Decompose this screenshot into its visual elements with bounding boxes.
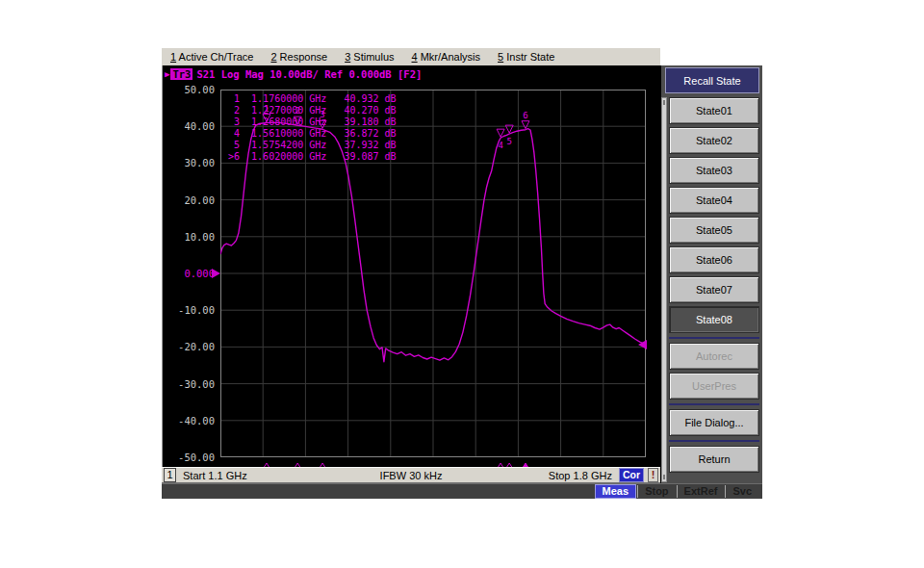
status-indicator-meas: Meas [595, 484, 637, 499]
softkey-group-separator [669, 403, 759, 405]
marker-table-row: 1 1.1760000 GHz 40.932 dB [228, 93, 397, 105]
softkey-scrollbar[interactable] [661, 97, 667, 482]
marker-table-row: 5 1.5754200 GHz 37.932 dB [228, 140, 397, 151]
trace-settings-text: S21 Log Mag 10.00dB/ Ref 0.000dB [F2] [196, 68, 422, 80]
softkey-button-state05[interactable]: State05 [669, 217, 759, 244]
menu-bar: 1 Active Ch/Trace2 Response3 Stimulus4 M… [162, 48, 660, 66]
marker-table-row: 2 1.2270000 GHz 40.270 dB [228, 105, 397, 116]
y-axis-tick-label: 30.00 [163, 157, 215, 168]
y-axis-tick-label: -50.00 [163, 452, 215, 463]
menu-item-response[interactable]: 2 Response [262, 51, 336, 63]
svg-text:5: 5 [506, 137, 511, 146]
softkey-button-state08[interactable]: State08 [669, 306, 759, 333]
correction-status-badge: Cor [619, 468, 644, 482]
svg-text:4: 4 [498, 141, 502, 150]
y-axis-labels: 50.0040.0030.0020.0010.000.000-10.00-20.… [163, 65, 217, 467]
softkey-button-state04[interactable]: State04 [669, 187, 759, 214]
vna-screen-capture: 1 Active Ch/Trace2 Response3 Stimulus4 M… [0, 0, 924, 568]
trace-end-arrow-icon [638, 340, 647, 349]
menu-item-stimulus[interactable]: 3 Stimulus [336, 51, 402, 63]
softkey-button-state03[interactable]: State03 [669, 157, 759, 184]
menu-item-active-ch-trace[interactable]: 1 Active Ch/Trace [162, 51, 262, 63]
channel-status-bar: 1 Start 1.1 GHz IFBW 30 kHz Stop 1.8 GHz… [162, 467, 660, 483]
y-axis-tick-label: -40.00 [163, 415, 215, 426]
softkey-button-state02[interactable]: State02 [669, 127, 759, 154]
status-strip: MeasStopExtRefSvc [162, 483, 762, 499]
warning-badge: ! [648, 468, 658, 482]
y-axis-tick-label: 50.00 [163, 84, 215, 95]
softkey-button-state01[interactable]: State01 [669, 97, 759, 124]
y-axis-tick-label: 0.000 [163, 268, 215, 279]
stop-frequency-label: Stop 1.8 GHz [549, 470, 612, 481]
marker-table-row: 3 1.2680000 GHz 39.180 dB [228, 116, 397, 128]
y-axis-tick-label: -30.00 [163, 378, 215, 390]
y-axis-tick-label: 20.00 [163, 194, 215, 206]
status-indicator-stop: Stop [637, 485, 675, 498]
y-axis-tick-label: 10.00 [163, 231, 215, 243]
softkey-button-return[interactable]: Return [669, 446, 759, 473]
marker-readout-table: 1 1.1760000 GHz 40.932 dB 2 1.2270000 GH… [228, 93, 397, 163]
softkey-button-file-dialog-[interactable]: File Dialog... [669, 409, 759, 436]
softkey-menu-title: Recall State [665, 67, 759, 93]
softkey-group-separator [669, 440, 759, 442]
status-indicator-extref: ExtRef [677, 485, 725, 498]
softkey-button-state06[interactable]: State06 [669, 246, 759, 273]
menu-item-mkr-analysis[interactable]: 4 Mkr/Analysis [403, 51, 490, 63]
svg-text:6: 6 [523, 111, 527, 120]
reference-level-arrow-icon [212, 269, 220, 278]
softkey-button-userpres: UserPres [669, 373, 759, 400]
softkey-buttons: State01State02State03State04State05State… [669, 97, 759, 473]
softkey-panel: Recall State State01State02State03State0… [660, 65, 762, 483]
y-axis-tick-label: -20.00 [163, 341, 215, 352]
softkey-button-autorec: Autorec [669, 343, 759, 370]
instrument-display: ▶ Tr3 S21 Log Mag 10.00dB/ Ref 0.000dB [… [162, 65, 660, 467]
y-axis-tick-label: -10.00 [163, 304, 215, 316]
menu-item-instr-state[interactable]: 5 Instr State [489, 51, 563, 63]
softkey-button-state07[interactable]: State07 [669, 276, 759, 303]
softkey-group-separator [669, 337, 759, 339]
status-indicator-svc: Svc [725, 485, 758, 498]
marker-table-row: 4 1.5610000 GHz 36.872 dB [228, 128, 397, 140]
y-axis-tick-label: 40.00 [163, 120, 215, 132]
marker-table-row: >6 1.6020000 GHz 39.087 dB [228, 151, 397, 163]
